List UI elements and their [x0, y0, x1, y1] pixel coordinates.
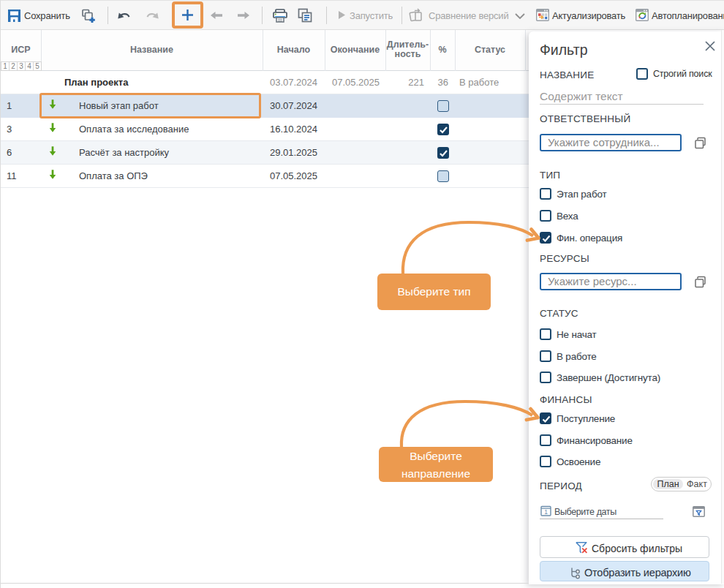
svg-text:1: 1 — [544, 508, 548, 516]
